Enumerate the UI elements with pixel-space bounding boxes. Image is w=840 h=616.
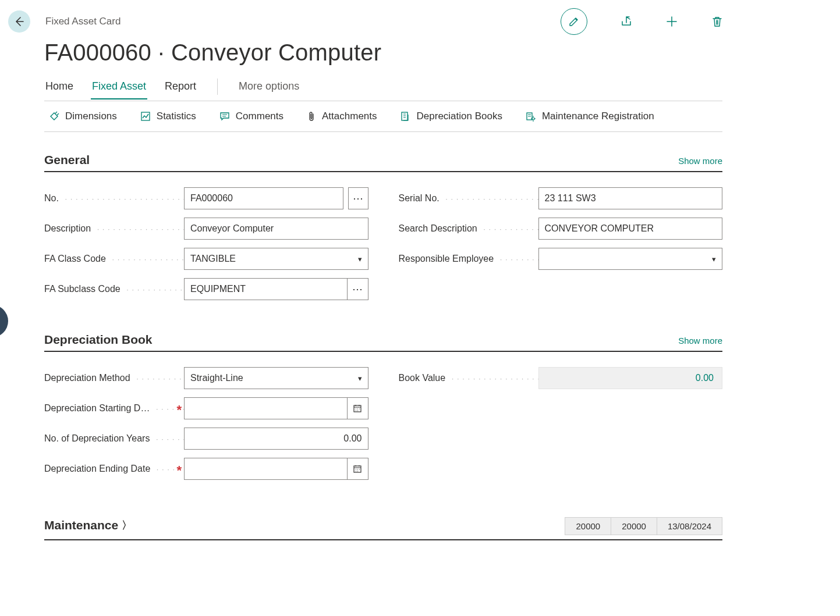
maintenance-tag[interactable]: 13/08/2024 (657, 517, 722, 535)
main-tabs: Home Fixed Asset Report More options (44, 79, 722, 101)
date-picker-starting[interactable] (348, 397, 368, 419)
maintenance-icon (526, 111, 536, 122)
book-value-display[interactable]: 0.00 (538, 367, 723, 389)
action-maintenance-registration[interactable]: Maintenance Registration (526, 111, 654, 122)
page-title: FA000060 · Conveyor Computer (44, 40, 840, 66)
calendar-icon (353, 464, 362, 473)
action-label: Attachments (322, 111, 377, 122)
input-no-of-depreciation-years[interactable] (184, 428, 368, 450)
tab-divider (217, 79, 218, 95)
select-depreciation-method[interactable]: Straight-Line ▾ (184, 367, 368, 389)
pencil-icon (568, 16, 580, 27)
show-more-depreciation[interactable]: Show more (678, 336, 722, 346)
label-depreciation-starting-date: Depreciation Starting D… * (44, 403, 184, 414)
date-picker-ending[interactable] (348, 458, 368, 480)
section-title-text: Maintenance (44, 518, 118, 532)
select-fa-class-code[interactable]: TANGIBLE ▾ (184, 248, 368, 270)
tab-report[interactable]: Report (164, 80, 197, 99)
select-value: Straight-Line (190, 373, 243, 383)
svg-point-3 (532, 117, 534, 120)
depreciation-books-icon (400, 111, 411, 122)
action-label: Statistics (157, 111, 196, 122)
action-dimensions[interactable]: Dimensions (49, 111, 117, 122)
breadcrumb: Fixed Asset Card (45, 16, 120, 27)
input-serial-no[interactable] (538, 187, 723, 209)
input-depreciation-ending-date[interactable] (184, 458, 348, 480)
label-fa-class-code: FA Class Code (44, 254, 184, 264)
input-fa-subclass-code[interactable] (184, 278, 348, 300)
plus-icon (665, 15, 678, 28)
calendar-icon (353, 404, 362, 413)
input-depreciation-starting-date[interactable] (184, 397, 348, 419)
input-description[interactable] (184, 218, 368, 240)
action-depreciation-books[interactable]: Depreciation Books (400, 111, 502, 122)
input-search-description[interactable] (538, 218, 723, 240)
maintenance-summary-tags: 20000 20000 13/08/2024 (565, 517, 722, 535)
assist-fa-subclass-code[interactable]: ⋯ (348, 278, 368, 300)
section-general-header: General Show more (44, 153, 722, 172)
input-no[interactable] (184, 187, 343, 209)
back-button[interactable] (8, 10, 30, 33)
share-button[interactable] (620, 15, 633, 28)
action-comments[interactable]: Comments (219, 111, 283, 122)
action-statistics[interactable]: Statistics (140, 111, 196, 122)
label-depreciation-ending-date: Depreciation Ending Date * (44, 464, 184, 474)
action-label: Comments (236, 111, 283, 122)
action-label: Dimensions (65, 111, 117, 122)
tab-home[interactable]: Home (44, 80, 75, 99)
trash-icon (711, 15, 724, 28)
label-no-of-depreciation-years: No. of Depreciation Years (44, 433, 184, 444)
action-ribbon: Dimensions Statistics Comments Attachmen… (44, 101, 722, 132)
chevron-down-icon: ▾ (712, 255, 716, 264)
assist-no[interactable]: ⋯ (348, 187, 368, 209)
label-depreciation-method: Depreciation Method (44, 373, 184, 383)
tab-fixed-asset[interactable]: Fixed Asset (91, 80, 147, 99)
label-description: Description (44, 223, 184, 234)
chevron-down-icon: ▾ (358, 374, 362, 383)
delete-button[interactable] (711, 15, 724, 28)
back-arrow-icon (13, 16, 25, 27)
label-fa-subclass-code: FA Subclass Code (44, 284, 184, 294)
svg-rect-0 (141, 112, 150, 120)
side-handle[interactable] (0, 305, 8, 337)
dimensions-icon (49, 111, 59, 122)
action-label: Depreciation Books (417, 111, 502, 122)
label-serial-no: Serial No. (399, 193, 538, 204)
comments-icon (219, 111, 230, 122)
section-title-depreciation: Depreciation Book (44, 333, 153, 347)
tab-more-options[interactable]: More options (238, 80, 300, 99)
maintenance-tag[interactable]: 20000 (611, 517, 657, 535)
required-star-icon: * (175, 403, 182, 414)
section-maintenance-header: Maintenance 〉 20000 20000 13/08/2024 (44, 517, 722, 540)
maintenance-tag[interactable]: 20000 (565, 517, 611, 535)
select-responsible-employee[interactable]: ▾ (538, 248, 723, 270)
statistics-icon (140, 111, 151, 122)
select-value: TANGIBLE (190, 254, 236, 264)
chevron-right-icon: 〉 (122, 518, 132, 532)
attachments-icon (307, 111, 316, 122)
share-icon (620, 15, 633, 28)
section-depreciation-header: Depreciation Book Show more (44, 333, 722, 352)
svg-rect-1 (402, 112, 407, 120)
chevron-down-icon: ▾ (358, 255, 362, 264)
section-title-general: General (44, 153, 90, 167)
action-label: Maintenance Registration (542, 111, 654, 122)
label-responsible-employee: Responsible Employee (399, 254, 538, 264)
required-star-icon: * (175, 464, 182, 474)
label-book-value: Book Value (399, 373, 538, 383)
label-search-description: Search Description (399, 223, 538, 234)
action-attachments[interactable]: Attachments (307, 111, 377, 122)
new-button[interactable] (665, 15, 678, 28)
label-no: No. (44, 193, 184, 204)
section-title-maintenance[interactable]: Maintenance 〉 (44, 518, 132, 532)
edit-button[interactable] (561, 8, 587, 35)
show-more-general[interactable]: Show more (678, 156, 722, 166)
